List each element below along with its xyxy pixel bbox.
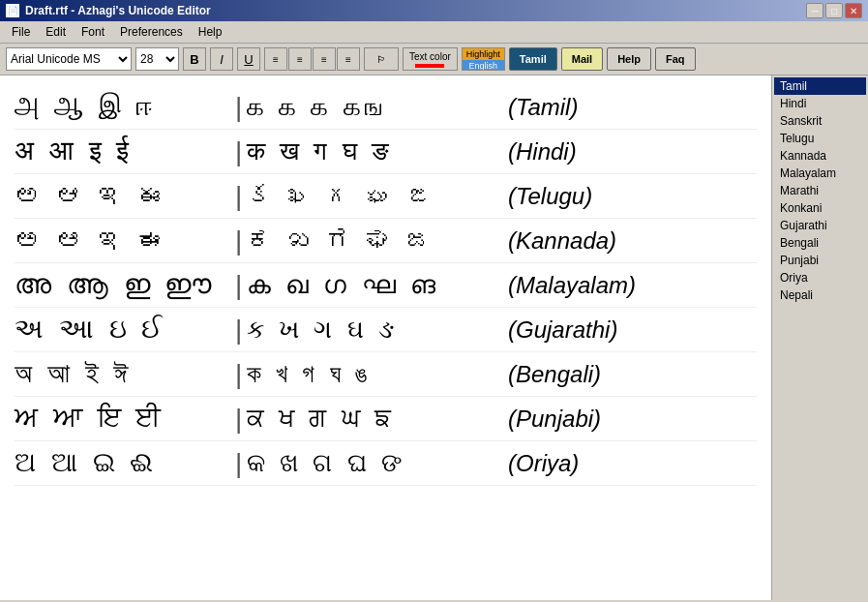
sidebar-item-nepali[interactable]: Nepali bbox=[774, 286, 866, 304]
script-chars: అ ఆ ఇ ఈ bbox=[15, 180, 227, 212]
help-button[interactable]: Help bbox=[607, 47, 651, 71]
divider: | bbox=[235, 226, 239, 256]
consonants: ಕ ಖ ಗ ಘ ಜ bbox=[247, 226, 498, 256]
underline-button[interactable]: U bbox=[237, 47, 260, 71]
menu-item-font[interactable]: Font bbox=[74, 23, 112, 41]
main-area: அ ஆ இ ஈ | க க க கங(Tamil)अ आ इ ई | क ख ग… bbox=[0, 75, 868, 600]
sidebar: TamilHindiSanskritTeluguKannadaMalayalam… bbox=[771, 75, 868, 600]
align-left-button[interactable]: ≡ bbox=[264, 47, 287, 71]
flag-button[interactable]: 🏳 bbox=[364, 47, 399, 71]
content-area[interactable]: அ ஆ இ ஈ | க க க கங(Tamil)अ आ इ ई | क ख ग… bbox=[0, 75, 771, 600]
highlight-label: Highlight bbox=[463, 48, 504, 60]
script-row: అ ఆ ఇ ఈ | క ఖ గ ఘ జ(Telugu) bbox=[15, 174, 757, 219]
script-row: ಅ ಆ ಇ ಈ | ಕ ಖ ಗ ಘ ಜ(Kannada) bbox=[15, 219, 757, 263]
bold-button[interactable]: B bbox=[183, 47, 206, 71]
script-row: अ आ इ ई | क ख ग घ ङ(Hindi) bbox=[15, 130, 757, 174]
script-row: ਅ ਆ ਇ ਈ | ਕ ਖ ਗ ਘ ਙ(Punjabi) bbox=[15, 397, 757, 441]
sidebar-item-malayalam[interactable]: Malayalam bbox=[774, 165, 866, 182]
sidebar-item-bengali[interactable]: Bengali bbox=[774, 234, 866, 252]
consonants: క ఖ గ ఘ జ bbox=[247, 181, 498, 211]
sidebar-items: TamilHindiSanskritTeluguKannadaMalayalam… bbox=[774, 77, 866, 304]
lang-name: (Oriya) bbox=[508, 450, 579, 477]
sidebar-item-punjabi[interactable]: Punjabi bbox=[774, 252, 866, 269]
consonants: क ख ग घ ङ bbox=[247, 136, 498, 166]
script-chars: ਅ ਆ ਇ ਈ bbox=[15, 403, 227, 435]
script-row: ଅ ଆ ଇ ଈ | କ ଖ ଗ ଘ ଙ(Oriya) bbox=[15, 441, 757, 486]
consonants: ਕ ਖ ਗ ਘ ਙ bbox=[247, 404, 498, 434]
close-button[interactable]: ✕ bbox=[845, 3, 862, 18]
lang-name: (Tamil) bbox=[508, 94, 578, 121]
script-chars: അ ആ ഇ ഈ bbox=[15, 269, 227, 301]
sidebar-item-marathi[interactable]: Marathi bbox=[774, 182, 866, 199]
consonants: କ ଖ ଗ ଘ ଙ bbox=[247, 448, 498, 478]
divider: | bbox=[235, 136, 239, 167]
consonants: க க க கங bbox=[247, 92, 498, 122]
lang-name: (Hindi) bbox=[508, 138, 577, 166]
script-row: അ ആ ഇ ഈ | ക ഖ ഗ ഘ ങ(Malayalam) bbox=[15, 263, 757, 308]
script-row: অ আ ই ঈ | ক খ গ ঘ ঙ(Bengali) bbox=[15, 352, 757, 397]
divider: | bbox=[235, 448, 239, 479]
consonants: ક ખ ગ ઘ ઙ bbox=[247, 315, 498, 345]
text-color-button[interactable]: Text color bbox=[403, 47, 458, 71]
consonants: ক খ গ ঘ ঙ bbox=[247, 359, 498, 389]
consonants: ക ഖ ഗ ഘ ങ bbox=[247, 270, 498, 300]
minimize-button[interactable]: ─ bbox=[806, 3, 823, 18]
script-chars: ଅ ଆ ଇ ଈ bbox=[15, 447, 227, 479]
script-chars: अ आ इ ई bbox=[15, 135, 227, 167]
align-group: ≡ ≡ ≡ ≡ bbox=[264, 47, 360, 71]
window-title: Draft.rtf - Azhagi's Unicode Editor bbox=[25, 4, 211, 17]
lang-name: (Malayalam) bbox=[508, 272, 636, 299]
menu-item-help[interactable]: Help bbox=[191, 23, 230, 41]
menu-item-preferences[interactable]: Preferences bbox=[112, 23, 191, 41]
script-chars: அ ஆ இ ஈ bbox=[15, 91, 227, 123]
menu-item-edit[interactable]: Edit bbox=[38, 23, 74, 41]
sidebar-item-konkani[interactable]: Konkani bbox=[774, 199, 866, 217]
color-bar bbox=[415, 64, 444, 68]
size-select[interactable]: 28 bbox=[135, 47, 179, 71]
tamil-button[interactable]: Tamil bbox=[509, 47, 557, 71]
text-color-label: Text color bbox=[409, 51, 451, 62]
divider: | bbox=[235, 359, 239, 390]
divider: | bbox=[235, 92, 239, 123]
highlight-english-toggle[interactable]: Highlight English bbox=[462, 47, 505, 71]
divider: | bbox=[235, 181, 239, 212]
script-chars: અ આ ઇ ઈ bbox=[15, 314, 227, 346]
menu-bar: FileEditFontPreferencesHelp bbox=[0, 21, 868, 44]
divider: | bbox=[235, 315, 239, 346]
lang-name: (Punjabi) bbox=[508, 406, 601, 433]
script-row: அ ஆ இ ஈ | க க க கங(Tamil) bbox=[15, 85, 757, 130]
font-select[interactable]: Arial Unicode MS bbox=[6, 47, 132, 71]
english-label: English bbox=[463, 60, 504, 71]
lang-name: (Gujarathi) bbox=[508, 316, 617, 344]
mail-button[interactable]: Mail bbox=[561, 47, 603, 71]
lang-name: (Kannada) bbox=[508, 227, 616, 255]
sidebar-item-sanskrit[interactable]: Sanskrit bbox=[774, 112, 866, 130]
script-chars: অ আ ই ঈ bbox=[15, 358, 227, 390]
sidebar-item-telugu[interactable]: Telugu bbox=[774, 130, 866, 147]
lang-name: (Bengali) bbox=[508, 361, 601, 388]
title-bar: 📄 Draft.rtf - Azhagi's Unicode Editor ─ … bbox=[0, 0, 868, 21]
sidebar-item-kannada[interactable]: Kannada bbox=[774, 147, 866, 165]
align-right-button[interactable]: ≡ bbox=[313, 47, 336, 71]
sidebar-item-oriya[interactable]: Oriya bbox=[774, 269, 866, 286]
faq-button[interactable]: Faq bbox=[655, 47, 696, 71]
divider: | bbox=[235, 270, 239, 301]
script-row: અ આ ઇ ઈ | ક ખ ગ ઘ ઙ(Gujarathi) bbox=[15, 308, 757, 352]
menu-item-file[interactable]: File bbox=[4, 23, 38, 41]
toolbar: Arial Unicode MS 28 B I U ≡ ≡ ≡ ≡ 🏳 Text… bbox=[0, 44, 868, 75]
divider: | bbox=[235, 404, 239, 435]
align-center-button[interactable]: ≡ bbox=[288, 47, 312, 71]
sidebar-item-hindi[interactable]: Hindi bbox=[774, 95, 866, 112]
maximize-button[interactable]: □ bbox=[825, 3, 843, 18]
window-icon: 📄 bbox=[6, 4, 19, 17]
window-controls: ─ □ ✕ bbox=[806, 3, 862, 18]
script-rows: அ ஆ இ ஈ | க க க கங(Tamil)अ आ इ ई | क ख ग… bbox=[15, 85, 757, 486]
italic-button[interactable]: I bbox=[210, 47, 233, 71]
sidebar-item-gujarathi[interactable]: Gujarathi bbox=[774, 217, 866, 234]
script-chars: ಅ ಆ ಇ ಈ bbox=[15, 225, 227, 256]
align-justify-button[interactable]: ≡ bbox=[337, 47, 360, 71]
sidebar-item-tamil[interactable]: Tamil bbox=[774, 77, 866, 95]
lang-name: (Telugu) bbox=[508, 183, 592, 210]
